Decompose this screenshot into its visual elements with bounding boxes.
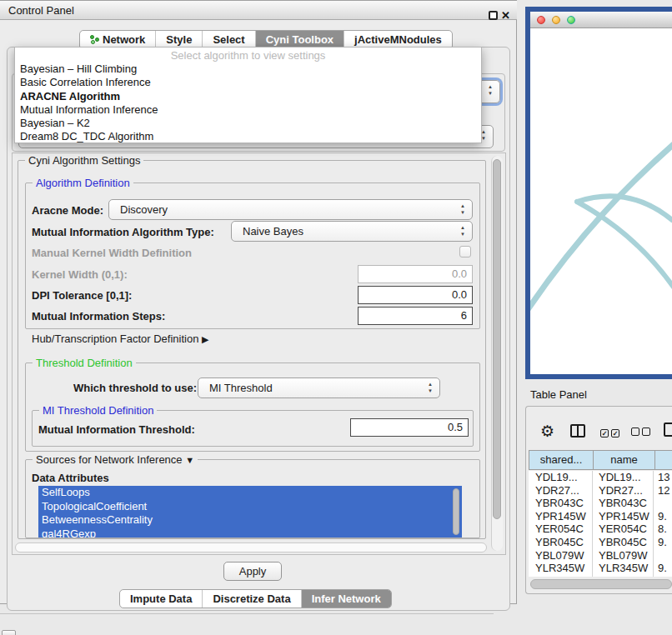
zoom-traffic-light-icon[interactable] <box>567 16 575 24</box>
algorithm-option[interactable]: Bayesian – K2 <box>15 117 481 130</box>
triangle-right-icon: ▶ <box>202 334 208 344</box>
dpi-tolerance-label: DPI Tolerance [0,1]: <box>32 289 132 302</box>
table-row[interactable]: YBL079WYBL079W <box>529 549 672 562</box>
new-table-icon[interactable] <box>664 422 672 437</box>
table-row[interactable]: YDL19...YDL19...13 <box>529 471 672 484</box>
close-traffic-light-icon[interactable] <box>537 16 545 24</box>
column-header-shared-name[interactable]: shared... <box>529 450 593 470</box>
settings-horizontal-scrollbar[interactable] <box>15 542 487 552</box>
table-row[interactable]: YBR045CYBR045C9. <box>529 536 672 549</box>
minimize-traffic-light-icon[interactable] <box>552 16 560 24</box>
control-panel-title: Control Panel <box>8 4 74 17</box>
control-panel-titlebar[interactable]: Control Panel <box>0 0 517 20</box>
table-row[interactable]: YLR345WYLR345W9. <box>529 562 672 575</box>
mi-steps-label: Mutual Information Steps: <box>32 310 165 322</box>
algorithm-dropdown-prompt: Select algorithm to view settings <box>15 48 481 62</box>
table-header-row: shared... name <box>529 450 672 470</box>
table-panel-title: Table Panel <box>530 388 587 401</box>
aracne-mode-label: Aracne Mode: <box>32 204 103 217</box>
threshold-definition-title: Threshold Definition <box>33 357 136 369</box>
apply-button[interactable]: Apply <box>223 562 282 581</box>
close-icon[interactable]: ✕ <box>501 9 510 22</box>
which-threshold-label: Which threshold to use: <box>73 382 197 394</box>
column-view-icon[interactable] <box>570 424 585 438</box>
network-edge[interactable] <box>530 138 672 318</box>
table-body: YDL19...YDL19...13YDR27...YDR27...12YBR0… <box>529 471 672 577</box>
bottom-divider <box>0 613 494 614</box>
gear-icon[interactable]: ⚙ <box>540 422 554 441</box>
data-attribute-item[interactable]: SelfLoops <box>38 486 462 500</box>
mi-threshold-label: Mutual Information Threshold: <box>38 423 195 436</box>
manual-kernel-checkbox[interactable] <box>459 246 471 258</box>
algorithm-option[interactable]: Mutual Information Inference <box>15 103 481 117</box>
algorithm-option[interactable]: Bayesian – Hill Climbing <box>15 62 481 76</box>
table-row[interactable]: YIL052CYIL052C9 <box>529 575 672 577</box>
algorithm-option[interactable]: Dream8 DC_TDC Algorithm <box>15 130 481 143</box>
data-attribute-item[interactable]: BetweennessCentrality <box>38 513 462 528</box>
sources-group-title[interactable]: Sources for Network Inference ▼ <box>33 453 198 466</box>
column-header-clipped[interactable] <box>654 450 672 470</box>
network-canvas[interactable] <box>530 28 672 374</box>
dpi-tolerance-field[interactable]: 0.0 <box>358 286 473 304</box>
mi-type-label: Mutual Information Algorithm Type: <box>32 226 214 238</box>
manual-kernel-label: Manual Kernel Width Definition <box>32 247 192 259</box>
network-edge[interactable] <box>577 202 672 305</box>
table-row[interactable]: YBR043CYBR043C <box>529 497 672 510</box>
table-row[interactable]: YDR27...YDR27...12 <box>529 484 672 498</box>
mi-threshold-group-title: MI Threshold Definition <box>39 404 157 417</box>
algorithm-popup-list: Bayesian – Hill ClimbingBasic Correlatio… <box>15 62 481 144</box>
aracne-mode-value: Discovery <box>120 203 168 216</box>
table-row[interactable]: YER054CYER054C8. <box>529 522 672 536</box>
algorithm-option[interactable]: Basic Correlation Inference <box>15 76 481 89</box>
bottom-left-corner-button[interactable] <box>2 630 16 635</box>
aracne-mode-combo[interactable]: Discovery ▲▼ <box>108 199 473 220</box>
triangle-down-icon: ▼ <box>185 455 194 465</box>
data-attributes-label: Data Attributes <box>32 472 109 484</box>
which-threshold-value: MI Threshold <box>209 382 273 394</box>
mi-type-combo[interactable]: Naive Bayes ▲▼ <box>231 221 473 242</box>
cyni-settings-group-title: Cyni Algorithm Settings <box>25 154 143 167</box>
float-window-icon[interactable] <box>489 11 498 20</box>
data-attributes-list: SelfLoopsTopologicalCoefficientBetweenne… <box>38 486 462 538</box>
bottom-tab-bar: Impute Data Discretize Data Infer Networ… <box>119 589 392 608</box>
data-attribute-item[interactable]: TopologicalCoefficient <box>38 500 462 514</box>
which-threshold-combo[interactable]: MI Threshold ▲▼ <box>198 378 440 398</box>
settings-scrollbar-thumb[interactable] <box>493 159 501 519</box>
network-view-window <box>525 7 672 379</box>
network-icon <box>90 35 99 44</box>
mi-type-value: Naive Bayes <box>243 225 303 238</box>
mi-threshold-field[interactable]: 0.5 <box>350 418 469 437</box>
kernel-width-label: Kernel Width (0,1): <box>32 268 128 281</box>
column-header-name[interactable]: name <box>593 450 654 470</box>
table-row[interactable]: YPR145WYPR145W9. <box>529 510 672 523</box>
tab-impute-data[interactable]: Impute Data <box>120 590 203 608</box>
screen: Control Panel ✕ Network Style Select Cyn… <box>0 0 672 635</box>
tab-infer-network[interactable]: Infer Network <box>302 590 391 608</box>
algorithm-dropdown: Select algorithm to view settings Bayesi… <box>14 47 482 143</box>
algorithm-definition-title: Algorithm Definition <box>33 177 133 189</box>
algorithm-option[interactable]: ARACNE Algorithm <box>15 90 481 103</box>
data-attribute-item[interactable]: gal4RGexp <box>38 528 462 538</box>
hub-definition-expander[interactable]: Hub/Transcription Factor Definition ▶ <box>32 332 208 345</box>
mi-steps-field[interactable]: 6 <box>358 307 473 325</box>
kernel-width-field[interactable]: 0.0 <box>358 265 473 283</box>
tab-discretize-data[interactable]: Discretize Data <box>203 590 301 608</box>
deselect-all-columns-icon[interactable] <box>631 426 650 438</box>
select-all-columns-icon[interactable]: ✓✓ <box>600 426 619 438</box>
attr-list-scrollbar[interactable] <box>453 488 459 535</box>
table-horizontal-scrollbar[interactable] <box>530 579 672 589</box>
network-window-titlebar[interactable] <box>530 12 672 28</box>
